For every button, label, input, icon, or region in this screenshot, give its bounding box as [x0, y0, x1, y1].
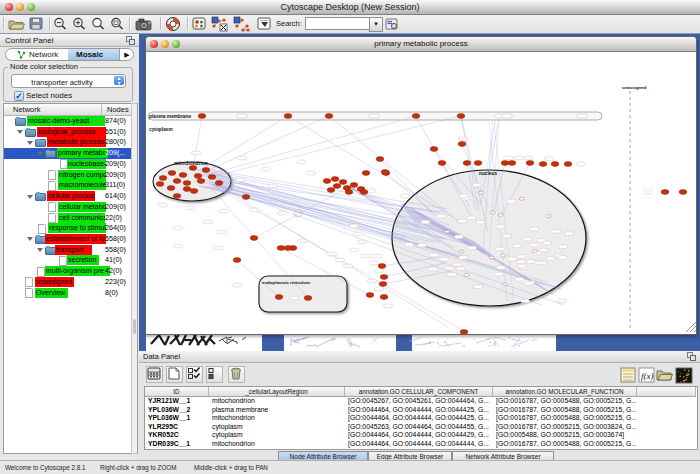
svg-text:cytoplasm: cytoplasm — [149, 127, 173, 132]
svg-text:nucleus: nucleus — [479, 171, 497, 176]
svg-text:endoplasmic reticulum: endoplasmic reticulum — [262, 280, 310, 285]
svg-text:f(x): f(x) — [641, 371, 654, 381]
svg-text:mitochondrion: mitochondrion — [174, 161, 208, 166]
svg-text:plasma membrane: plasma membrane — [149, 114, 191, 119]
svg-text:unassigned: unassigned — [622, 85, 647, 90]
